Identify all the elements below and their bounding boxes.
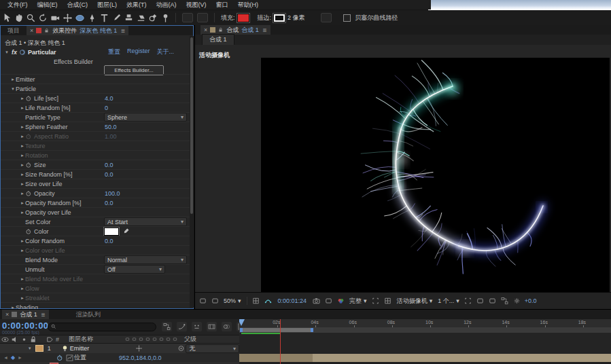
layer-name[interactable]: Emitter	[70, 345, 90, 352]
param-row-life-random-[interactable]: ►Life Random [%]0	[1, 103, 190, 112]
parent-column[interactable]: 父级	[184, 335, 196, 344]
main-view-icon[interactable]	[210, 297, 220, 305]
stopwatch-icon[interactable]	[25, 161, 33, 169]
panel-menu-icon[interactable]: ≡	[41, 311, 46, 318]
expand-arrow-icon[interactable]: ►	[20, 153, 25, 158]
param-row-size[interactable]: ►Size0.0	[1, 160, 190, 169]
show-snapshot-icon[interactable]	[324, 297, 333, 305]
puppet-pin-tool-icon[interactable]	[159, 12, 171, 24]
param-row-size-over-life[interactable]: ►Size over Life	[1, 179, 190, 188]
expand-arrow-icon[interactable]: ►	[20, 192, 25, 196]
reset-exposure-icon[interactable]	[512, 297, 522, 305]
workspace-button-2[interactable]	[197, 13, 208, 22]
pixel-aspect-icon[interactable]	[464, 297, 473, 305]
param-row-opacity[interactable]: ►Opacity100.0	[1, 188, 190, 198]
shape-ellipse-tool-icon[interactable]	[73, 12, 86, 24]
tab-project[interactable]: 项目	[1, 26, 27, 35]
menu-动画A[interactable]: 动画(A)	[152, 0, 181, 10]
scrollbar-thumb[interactable]	[190, 37, 193, 214]
fill-color-swatch[interactable]	[237, 14, 249, 22]
transparency-grid-icon[interactable]	[383, 297, 393, 305]
menu-图层L[interactable]: 图层(L)	[92, 0, 122, 10]
layer-duration-bar[interactable]	[313, 354, 611, 362]
layer-label-color[interactable]	[35, 345, 43, 352]
param-dropdown[interactable]: Sphere▾	[104, 113, 187, 122]
menu-效果T[interactable]: 效果(T)	[122, 0, 152, 10]
param-value[interactable]: 0.0	[105, 200, 114, 206]
color-swatch[interactable]	[104, 228, 119, 236]
parent-select[interactable]: 无▾	[186, 344, 239, 353]
label-column-icon[interactable]	[45, 335, 54, 344]
tab-composition[interactable]: × 合成 合成 1 ≡	[200, 25, 270, 35]
exposure-value[interactable]: +0.0	[525, 297, 537, 304]
bezier-path-checkbox[interactable]	[343, 14, 351, 22]
panel-menu-icon[interactable]: ≡	[121, 27, 125, 35]
always-preview-icon[interactable]	[198, 297, 207, 305]
layer-row-emitter[interactable]: ▼ 1 Emitter 无▾	[0, 344, 239, 353]
resolution-select[interactable]: 完整▾	[348, 297, 368, 306]
menu-窗口[interactable]: 窗口	[211, 0, 233, 10]
param-value[interactable]: 4.0	[105, 95, 114, 102]
pen-tool-icon[interactable]	[86, 12, 98, 24]
layer-expand-arrow[interactable]: ▼	[27, 346, 33, 350]
timeline-button-icon[interactable]	[488, 297, 497, 305]
property-label[interactable]: 位置	[74, 353, 86, 362]
menu-合成C[interactable]: 合成(C)	[63, 0, 93, 10]
composition-flowchart-icon[interactable]	[162, 322, 172, 331]
param-value[interactable]: 0.0	[105, 238, 114, 244]
work-area-bar[interactable]	[240, 328, 313, 332]
viewer-tab-comp1[interactable]: 合成 1	[202, 34, 234, 45]
param-row-particle-type[interactable]: Particle TypeSphere▾	[1, 112, 190, 122]
param-row-sphere-feather[interactable]: ►Sphere Feather50.0	[1, 122, 190, 131]
tab-render-queue[interactable]: 渲染队列	[69, 310, 107, 319]
current-time-indicator-handle[interactable]	[239, 319, 245, 326]
close-icon[interactable]: ×	[204, 26, 207, 33]
tab-effect-controls[interactable]: × 效果控件 深灰色 纯色 1 ≡	[27, 26, 128, 35]
menu-视图V[interactable]: 视图(V)	[181, 0, 211, 10]
snapshot-icon[interactable]	[311, 297, 321, 305]
property-value[interactable]: 952.0,184.0,0.0	[119, 354, 162, 361]
expand-arrow-icon[interactable]: ►	[20, 96, 25, 101]
expand-arrow-icon[interactable]: ►	[20, 277, 25, 281]
zoom-tool-icon[interactable]	[24, 12, 37, 24]
fx-switch-icon[interactable]	[145, 335, 150, 344]
stopwatch-icon[interactable]	[25, 132, 33, 141]
choose-grid-icon[interactable]	[251, 297, 261, 305]
shy-layers-icon[interactable]	[192, 322, 202, 331]
fx-badge[interactable]: fx	[12, 49, 17, 56]
param-value[interactable]: 50.0	[105, 124, 117, 130]
next-keyframe-icon[interactable]: ►	[18, 355, 22, 360]
rotation-tool-icon[interactable]	[37, 12, 49, 24]
expand-arrow-icon[interactable]: ►	[20, 163, 25, 167]
3d-switch-icon[interactable]	[172, 335, 177, 344]
param-row-color-over-life[interactable]: ►Color over Life	[1, 245, 190, 255]
param-row-life-sec-[interactable]: ►Life [sec]4.0	[1, 93, 190, 103]
expand-arrow-icon[interactable]: ►	[20, 201, 25, 205]
expand-arrow-icon[interactable]: ►	[20, 125, 25, 129]
clone-stamp-tool-icon[interactable]	[122, 12, 135, 24]
roto-brush-tool-icon[interactable]	[147, 12, 159, 24]
param-dropdown[interactable]: Off▾	[104, 265, 165, 274]
param-value[interactable]: 0.0	[105, 162, 114, 168]
param-row-unmult[interactable]: UnmultOff▾	[1, 264, 190, 274]
mask-visibility-icon[interactable]	[264, 297, 273, 305]
layer-duration-bar-inside-workarea[interactable]	[239, 354, 313, 362]
quality-icon[interactable]	[138, 335, 143, 344]
stopwatch-icon[interactable]	[55, 354, 65, 362]
param-row-particle[interactable]: ▼Particle	[1, 84, 190, 93]
menu-编辑E[interactable]: 编辑(E)	[33, 0, 63, 10]
expand-arrow-icon[interactable]: ►	[20, 239, 25, 243]
effect-expand-arrow[interactable]: ▼	[4, 50, 10, 54]
param-row-color-random[interactable]: ►Color Random0.0	[1, 236, 190, 245]
stroke-width-value[interactable]: 2 像素	[287, 14, 305, 22]
panel-menu-icon[interactable]: ≡	[263, 26, 267, 34]
param-row-aspect-ratio[interactable]: ►Aspect Ratio1.00	[1, 131, 190, 141]
timeline-search-box[interactable]	[48, 323, 156, 331]
eraser-tool-icon[interactable]	[135, 12, 147, 24]
frame-blending-icon[interactable]	[207, 322, 217, 331]
camera-select[interactable]: 活动摄像机▾	[396, 297, 434, 306]
property-row-position[interactable]: ◄ ◆ ► 位置 952.0,184.0,0.0	[0, 353, 239, 362]
motion-blur-icon[interactable]	[222, 322, 232, 331]
current-time-indicator-line[interactable]	[280, 319, 281, 364]
selection-tool-icon[interactable]	[0, 12, 12, 24]
